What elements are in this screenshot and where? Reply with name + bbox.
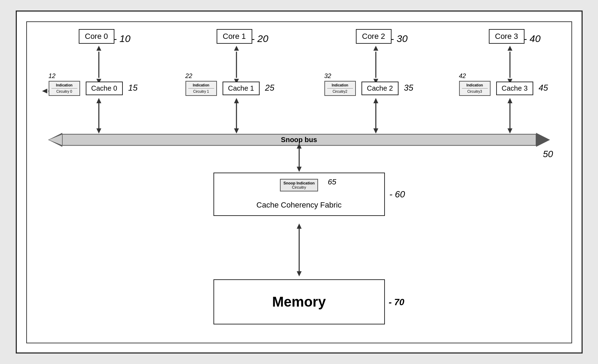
cache2-box: Cache 2 [361,82,399,95]
diagram-inner: Core 0 - 10 Core 1 - 20 Core 2 - 30 Core… [26,21,572,343]
core1-label: Core 1 [223,32,246,41]
ind0-ref: 12 [49,72,56,80]
svg-marker-19 [373,128,378,134]
diagram-outer: Core 0 - 10 Core 1 - 20 Core 2 - 30 Core… [16,10,583,354]
core0-label: Core 0 [85,32,108,41]
cache0-box: Cache 0 [86,82,123,95]
ccf-box: 65 Snoop Indication Circuitry Cache Cohe… [213,173,385,216]
svg-marker-35 [297,223,302,229]
core3-box: Core 3 [489,29,525,44]
ccf-ref: - 60 [389,189,405,200]
cache0-ref: 15 [128,83,138,93]
ccf-area: 65 Snoop Indication Circuitry Cache Cohe… [213,173,385,216]
ind2-box: Indication Circuitry2 [324,81,356,96]
ind0-wrapper: 12 Indication Circuitry 0 [49,81,80,96]
cache3-group: 42 Indication Circuitry3 Cache 3 45 [459,81,534,96]
snoop-bus-label: Snoop bus [281,136,317,144]
core3-ref: - 40 [524,33,560,44]
ccf-label: Cache Coherency Fabric [221,201,377,210]
svg-marker-32 [42,89,47,93]
svg-marker-23 [507,98,512,103]
svg-marker-24 [48,133,62,147]
core1-box: Core 1 [217,29,252,44]
core2-box: Core 2 [356,29,392,44]
ind0-box: Indication Circuitry 0 [49,81,80,96]
memory-label: Memory [272,294,326,309]
core3-label: Core 3 [495,32,518,41]
ind1-wrapper: 22 Indication Circuitry 1 [185,81,217,96]
core3-group: Core 3 - 40 [489,29,525,55]
svg-marker-30 [297,143,302,148]
memory-ref: - 70 [389,296,404,307]
memory-box: Memory - 70 [213,279,385,324]
snoop-bus-ref: 50 [543,149,553,160]
snoop-indication-box: Snoop Indication Circuitry [280,179,318,191]
svg-marker-13 [96,128,101,134]
ind3-box: Indication Circuitry3 [459,81,491,96]
cache2-group: 32 Indication Circuitry2 Cache 2 35 [324,81,399,96]
svg-marker-25 [536,133,550,147]
svg-marker-22 [507,128,512,134]
svg-marker-16 [234,128,239,134]
cache1-wrapper: Cache 1 25 [221,82,260,95]
ind3-ref: 42 [459,72,466,80]
svg-marker-34 [297,271,302,276]
memory-area: Memory - 70 [213,279,385,324]
core0-ref: - 10 [114,33,149,44]
cache1-group: 22 Indication Circuitry 1 Cache 1 25 [185,81,260,96]
ind1-ref: 22 [185,72,192,80]
core1-group: Core 1 - 20 [217,29,252,55]
cache3-ref: 45 [539,83,548,93]
svg-marker-17 [234,98,239,103]
ind3-wrapper: 42 Indication Circuitry3 [459,81,491,96]
cache0-wrapper: Cache 0 15 [84,82,123,95]
cache1-box: Cache 1 [223,82,260,95]
svg-marker-14 [96,98,101,103]
core0-box: Core 0 [79,29,114,44]
ind2-wrapper: 32 Indication Circuitry2 [324,81,356,96]
svg-marker-27 [48,134,62,146]
core0-group: Core 0 - 10 [79,29,114,55]
core2-ref: - 30 [391,33,427,44]
svg-marker-29 [297,167,302,172]
snoop-ind-wrapper: 65 Snoop Indication Circuitry [280,179,318,194]
ind1-box: Indication Circuitry 1 [185,81,217,96]
cache3-box: Cache 3 [496,82,534,95]
cache3-wrapper: Cache 3 45 [495,82,534,95]
core2-label: Core 2 [362,32,385,41]
ind2-ref: 32 [324,72,331,80]
core1-ref: - 20 [252,33,287,44]
svg-marker-20 [373,98,378,103]
cache2-ref: 35 [404,83,413,93]
snoop-ind-ref: 65 [328,177,336,187]
cache2-wrapper: Cache 2 35 [360,82,399,95]
cache1-ref: 25 [265,83,274,93]
core2-group: Core 2 - 30 [356,29,392,55]
cache0-group: 12 Indication Circuitry 0 Cache 0 15 [49,81,123,96]
